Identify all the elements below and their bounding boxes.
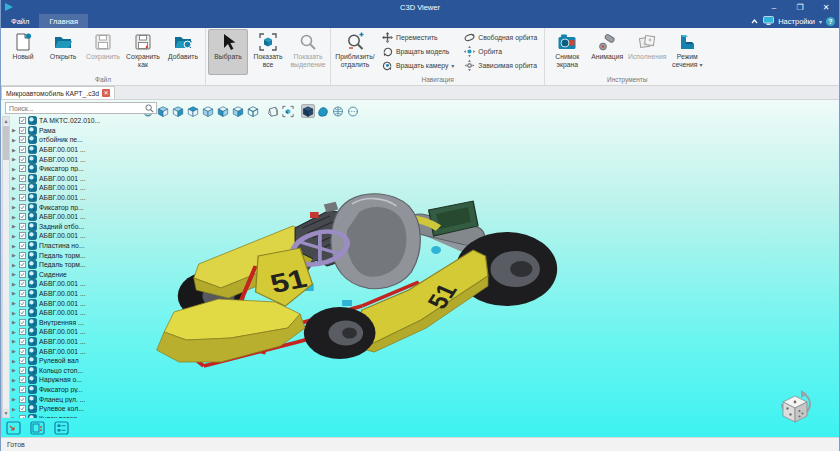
visibility-checkbox[interactable] <box>19 357 26 364</box>
visibility-checkbox[interactable] <box>19 127 26 134</box>
visibility-checkbox[interactable] <box>19 271 26 278</box>
visibility-checkbox[interactable] <box>19 136 26 143</box>
expander-icon[interactable]: ▶ <box>11 204 17 210</box>
visibility-checkbox[interactable] <box>19 367 26 374</box>
tree-item[interactable]: ▶ Рулевое кол... <box>11 404 161 414</box>
visibility-checkbox[interactable] <box>19 290 26 297</box>
free-orbit-button[interactable]: Свободная орбита <box>462 31 539 44</box>
expander-icon[interactable]: ▶ <box>11 300 17 306</box>
document-tab[interactable]: Микроавтомобиль КАРТ_.c3d ✕ <box>1 86 115 99</box>
expander-icon[interactable]: ▶ <box>11 338 17 344</box>
cube-isometric-icon[interactable] <box>246 104 260 118</box>
expander-icon[interactable]: ▶ <box>11 166 17 172</box>
perspective-cube-icon[interactable] <box>266 104 280 118</box>
expander-icon[interactable]: ▶ <box>11 127 17 133</box>
shaded-mode-icon[interactable] <box>301 104 315 118</box>
zoom-button[interactable]: Приблизить/ отдалить <box>333 29 377 75</box>
orientation-cube[interactable] <box>773 388 817 432</box>
expander-icon[interactable]: ▶ <box>11 348 17 354</box>
tree-item[interactable]: ▶ Задний отбо... <box>11 222 161 232</box>
cube-top-icon[interactable] <box>186 104 200 118</box>
expander-icon[interactable]: ▶ <box>11 271 17 277</box>
visibility-checkbox[interactable] <box>19 415 26 418</box>
tree-item[interactable]: ▶ отбойник пе... <box>11 135 161 145</box>
visibility-checkbox[interactable] <box>19 328 26 335</box>
expander-icon[interactable]: ▶ <box>11 290 17 296</box>
expander-icon[interactable]: ▶ <box>11 243 17 249</box>
tree-item[interactable]: ▶ АБВГ.00.001 ... <box>11 231 161 241</box>
cube-left-icon[interactable] <box>216 104 230 118</box>
visibility-checkbox[interactable] <box>19 184 26 191</box>
settings-dropdown-icon[interactable]: ▾ <box>819 18 822 25</box>
add-button[interactable]: Добавить <box>163 29 203 75</box>
tree-item[interactable]: ▶ Кулак повор... <box>11 413 161 418</box>
tree-item[interactable]: ▶ АБВГ.00.001 ... <box>11 346 161 356</box>
collapse-ribbon-icon[interactable] <box>750 17 759 26</box>
expander-icon[interactable]: ▶ <box>11 415 17 418</box>
scroll-down-icon[interactable]: ▼ <box>3 409 9 417</box>
tree-item[interactable]: ▶ Фиксатор пр... <box>11 202 161 212</box>
tree-item[interactable]: ▶ АБВГ.00.001 ... <box>11 279 161 289</box>
visibility-checkbox[interactable] <box>19 204 26 211</box>
panel-view-mode-1-icon[interactable] <box>5 420 22 435</box>
animation-button[interactable]: Анимация <box>587 29 627 75</box>
monitor-icon[interactable] <box>763 16 774 26</box>
visibility-checkbox[interactable] <box>19 280 26 287</box>
document-close-button[interactable]: ✕ <box>102 89 110 97</box>
screenshot-button[interactable]: Снимок экрана <box>547 29 587 75</box>
visibility-checkbox[interactable] <box>19 194 26 201</box>
tree-item[interactable]: ▶ АБВГ.00.001 ... <box>11 193 161 203</box>
section-mode-button[interactable]: Режим сечения ▾ <box>667 29 707 75</box>
tree-item[interactable]: ▶ Педаль торм... <box>11 260 161 270</box>
visibility-checkbox[interactable] <box>19 396 26 403</box>
tab-home[interactable]: Главная <box>39 14 88 28</box>
expander-icon[interactable]: ▶ <box>11 137 17 143</box>
expander-icon[interactable]: ▶ <box>11 233 17 239</box>
visibility-checkbox[interactable] <box>19 232 26 239</box>
expander-icon[interactable]: ▶ <box>11 319 17 325</box>
show-all-button[interactable]: Показать все <box>248 29 288 75</box>
scroll-up-icon[interactable]: ▲ <box>3 117 9 125</box>
expander-icon[interactable]: ▶ <box>11 175 17 181</box>
tree-item[interactable]: ▶ Фиксатор ру... <box>11 385 161 395</box>
tree-item[interactable]: ▶ АБВГ.00.001 ... <box>11 183 161 193</box>
search-icon[interactable] <box>145 104 154 113</box>
visibility-checkbox[interactable] <box>19 146 26 153</box>
rotate-model-button[interactable]: Вращать модель <box>380 45 456 58</box>
expander-icon[interactable]: ▶ <box>11 310 17 316</box>
expander-icon[interactable]: ▶ <box>11 406 17 412</box>
expander-icon[interactable]: ▶ <box>11 329 17 335</box>
visibility-checkbox[interactable] <box>19 319 26 326</box>
panel-view-mode-2-icon[interactable] <box>29 420 46 435</box>
visibility-checkbox[interactable] <box>19 376 26 383</box>
tree-item[interactable]: ▶ Внутренняя ... <box>11 317 161 327</box>
cube-back-icon[interactable] <box>171 104 185 118</box>
expander-icon[interactable]: ▶ <box>11 262 17 268</box>
tree-item[interactable]: ▶ АБВГ.00.001 ... <box>11 337 161 347</box>
move-button[interactable]: Переместить <box>380 31 456 44</box>
expander-icon[interactable]: ▶ <box>11 156 17 162</box>
visibility-checkbox[interactable] <box>19 338 26 345</box>
select-button[interactable]: Выбрать <box>208 29 248 75</box>
tree-item[interactable]: ▶ Пластина но... <box>11 241 161 251</box>
tree-item[interactable]: ▶ Сидение <box>11 270 161 280</box>
expander-icon[interactable]: ▶ <box>11 396 17 402</box>
rotate-camera-dropdown-icon[interactable]: ▾ <box>451 62 454 69</box>
visibility-checkbox[interactable] <box>19 386 26 393</box>
expander-icon[interactable]: ▶ <box>11 367 17 373</box>
visibility-checkbox[interactable] <box>19 165 26 172</box>
tab-file[interactable]: Файл <box>1 14 39 28</box>
search-input[interactable] <box>6 105 145 112</box>
expander-icon[interactable]: ▶ <box>11 358 17 364</box>
tree-item[interactable]: ▶ АБВГ.00.001 ... <box>11 145 161 155</box>
rotate-camera-button[interactable]: Вращать камеру ▾ <box>380 59 456 72</box>
tree-item[interactable]: ▶ АБВГ.00.001 ... <box>11 289 161 299</box>
tree-item[interactable]: ▶ Рулевой вал <box>11 356 161 366</box>
tree-item[interactable]: ▶ Кольцо стоп... <box>11 365 161 375</box>
shaded-edges-mode-icon[interactable] <box>316 104 330 118</box>
tree-item[interactable]: ▶ АБВГ.00.001 ... <box>11 327 161 337</box>
visibility-checkbox[interactable] <box>19 223 26 230</box>
visibility-checkbox[interactable] <box>19 300 26 307</box>
expander-icon[interactable]: ▶ <box>11 223 17 229</box>
orbit-button[interactable]: Орбита <box>462 45 539 58</box>
